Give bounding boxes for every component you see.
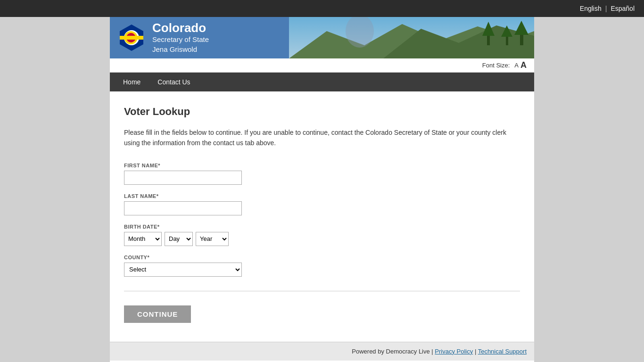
- state-name: Colorado: [152, 21, 209, 35]
- county-label: COUNTY*: [124, 255, 520, 260]
- lang-divider: |: [605, 5, 607, 12]
- footer-separator: |: [475, 348, 478, 355]
- continue-button[interactable]: CONTINUE: [124, 305, 191, 323]
- nav-home[interactable]: Home: [115, 73, 149, 91]
- office-name: Secretary of State: [152, 34, 209, 44]
- language-bar: English | Español: [0, 0, 644, 17]
- font-size-bar: Font Size: A A: [110, 58, 534, 73]
- site-footer: Powered by Democracy Live | Privacy Poli…: [110, 342, 534, 361]
- support-link[interactable]: Technical Support: [478, 348, 527, 355]
- first-name-input[interactable]: [124, 171, 242, 185]
- county-group: COUNTY* SelectAdamsAlamosaArapahoeArchul…: [124, 255, 520, 277]
- day-select[interactable]: Day1234567891011121314151617181920212223…: [165, 232, 193, 246]
- last-name-label: LAST NAME*: [124, 193, 520, 199]
- form-description: Please fill in the fields below to conti…: [124, 127, 511, 148]
- month-select[interactable]: MonthJanuaryFebruaryMarchAprilMayJuneJul…: [124, 232, 162, 246]
- font-size-small[interactable]: A: [514, 62, 519, 69]
- first-name-label: FIRST NAME*: [124, 163, 520, 168]
- main-nav: Home Contact Us: [110, 73, 534, 91]
- spanish-link[interactable]: Español: [611, 5, 635, 12]
- form-divider: [124, 291, 520, 291]
- first-name-group: FIRST NAME*: [124, 163, 520, 185]
- county-select[interactable]: SelectAdamsAlamosaArapahoeArchuletaBacaB…: [124, 263, 242, 277]
- official-name: Jena Griswold: [152, 44, 209, 54]
- co-state-logo: [117, 24, 146, 52]
- page-wrapper: Colorado Secretary of State Jena Griswol…: [110, 17, 534, 362]
- font-size-large[interactable]: A: [520, 60, 527, 70]
- logo-area: Colorado Secretary of State Jena Griswol…: [110, 17, 216, 58]
- english-link[interactable]: English: [580, 5, 602, 12]
- year-select[interactable]: Year192019211922192319241925192619271928…: [196, 232, 229, 246]
- privacy-link[interactable]: Privacy Policy: [435, 348, 473, 355]
- main-content: Voter Lookup Please fill in the fields b…: [110, 91, 534, 342]
- nav-contact[interactable]: Contact Us: [149, 73, 198, 91]
- last-name-input[interactable]: [124, 201, 242, 215]
- site-header: Colorado Secretary of State Jena Griswol…: [110, 17, 534, 58]
- last-name-group: LAST NAME*: [124, 193, 520, 215]
- birth-date-label: BIRTH DATE*: [124, 224, 520, 230]
- voter-lookup-form: FIRST NAME* LAST NAME* BIRTH DATE* Month…: [124, 163, 520, 323]
- header-background: [289, 17, 534, 58]
- svg-rect-4: [120, 36, 143, 40]
- header-title-block: Colorado Secretary of State Jena Griswol…: [152, 21, 209, 55]
- birth-date-group: BIRTH DATE* MonthJanuaryFebruaryMarchApr…: [124, 224, 520, 246]
- header-bg-svg: [289, 17, 534, 58]
- page-title: Voter Lookup: [124, 106, 520, 118]
- footer-text: Powered by Democracy Live |: [352, 348, 435, 355]
- font-size-label: Font Size:: [482, 62, 510, 69]
- birth-date-row: MonthJanuaryFebruaryMarchAprilMayJuneJul…: [124, 232, 520, 246]
